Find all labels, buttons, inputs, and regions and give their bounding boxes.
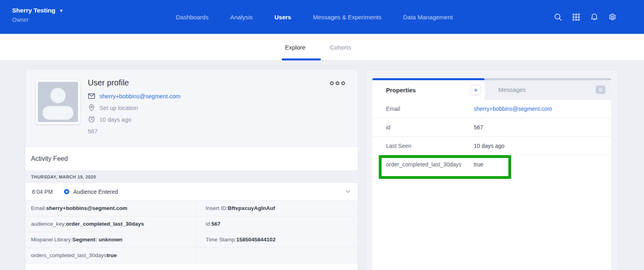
- workspace-name: Sherry Testing: [12, 7, 55, 14]
- profile-header-section: User profile sherry+bobbins@segment.com: [25, 69, 358, 147]
- profile-email-link[interactable]: sherry+bobbins@segment.com: [99, 93, 180, 100]
- activity-feed-date-header: THURSDAY, MARCH 19, 2020: [25, 171, 358, 183]
- nav-item-data-management[interactable]: Data Management: [403, 14, 453, 21]
- tab-cohorts[interactable]: Cohorts: [330, 34, 351, 60]
- location-pin-icon: [88, 104, 95, 112]
- event-detail-cell: Email: sherry+bobbins@segment.com: [25, 201, 196, 216]
- profile-location-placeholder[interactable]: Set up location: [99, 105, 138, 111]
- tab-explore[interactable]: Explore: [285, 34, 305, 60]
- audience-entered-dot-icon: [64, 189, 69, 194]
- tab-messages[interactable]: Messages 0: [485, 78, 611, 100]
- workspace-switcher[interactable]: Sherry Testing ▾ Owner: [12, 7, 62, 23]
- workspace-role: Owner: [12, 17, 62, 23]
- profile-title: User profile: [88, 78, 180, 87]
- event-detail-cell: Time Stamp: 1585045844102: [196, 232, 358, 248]
- avatar: [36, 80, 80, 124]
- profile-info: User profile sherry+bobbins@segment.com: [88, 78, 180, 137]
- property-email-link[interactable]: sherry+bobbins@segment.com: [474, 106, 552, 112]
- page-tabs-band: Explore Cohorts: [0, 34, 644, 60]
- event-details-grid: Email: sherry+bobbins@segment.com Insert…: [25, 201, 358, 264]
- search-icon[interactable]: [554, 13, 562, 21]
- properties-panel: Properties + Messages 0 Email sherry+bob…: [372, 78, 611, 270]
- profile-email-row: sherry+bobbins@segment.com: [88, 90, 180, 102]
- nav-item-users[interactable]: Users: [275, 14, 291, 21]
- profile-last-seen: 10 days ago: [99, 116, 131, 123]
- event-detail-cell: Insert ID: BftvpxcuyAgInAuf: [196, 201, 358, 216]
- event-time: 8:04 PM: [32, 189, 64, 195]
- tab-messages-label: Messages: [498, 86, 526, 93]
- event-name: Audience Entered: [73, 189, 118, 195]
- event-detail-cell: audience_key: order_completed_last_30day…: [25, 216, 196, 232]
- app-header: Sherry Testing ▾ Owner Dashboards Analys…: [0, 0, 644, 34]
- tab-properties-label: Properties: [386, 87, 416, 93]
- profile-location-row: Set up location: [88, 102, 180, 114]
- panel-tabs: Properties + Messages 0: [372, 78, 611, 100]
- property-row-email: Email sherry+bobbins@segment.com: [372, 100, 611, 118]
- settings-gear-icon[interactable]: [608, 13, 617, 21]
- messages-count-badge: 0: [596, 85, 605, 94]
- activity-event-row[interactable]: 8:04 PM Audience Entered: [25, 183, 358, 201]
- main-nav: Dashboards Analysis Users Messages & Exp…: [176, 0, 453, 34]
- properties-list: Email sherry+bobbins@segment.com id 567 …: [372, 100, 611, 270]
- active-tab-underline: [282, 58, 321, 60]
- nav-item-analysis[interactable]: Analysis: [230, 14, 253, 21]
- nav-item-dashboards[interactable]: Dashboards: [176, 14, 208, 21]
- envelope-icon: [88, 92, 95, 100]
- event-detail-cell: id: 567: [196, 216, 358, 232]
- profile-last-seen-row: 10 days ago: [88, 114, 180, 125]
- property-row-last-seen: Last Seen 10 days ago: [372, 137, 611, 155]
- nav-item-messages-experiments[interactable]: Messages & Experiments: [313, 14, 381, 21]
- chevron-down-icon[interactable]: [345, 190, 351, 193]
- avatar-head-shape: [50, 88, 66, 103]
- plus-icon: +: [474, 87, 478, 93]
- user-profile-card: User profile sherry+bobbins@segment.com: [25, 69, 358, 270]
- caret-down-icon: ▾: [60, 8, 62, 13]
- properties-wrapper-card: Properties + Messages 0 Email sherry+bob…: [365, 70, 619, 270]
- tab-properties[interactable]: Properties +: [372, 78, 485, 100]
- clock-icon: [88, 116, 95, 123]
- event-detail-cell-empty: [196, 247, 358, 263]
- apps-grid-icon[interactable]: [572, 13, 580, 21]
- header-icons: [554, 0, 617, 34]
- notifications-bell-icon[interactable]: [590, 13, 599, 21]
- avatar-body-shape: [43, 106, 73, 120]
- activity-feed-title: Activity Feed: [25, 147, 358, 171]
- add-property-button[interactable]: +: [471, 85, 481, 95]
- profile-id: 567: [88, 125, 180, 137]
- property-row-order-completed: order_completed_last_30days true: [372, 155, 611, 174]
- event-detail-cell: orders_completed_last_30daystrue: [25, 247, 196, 263]
- overflow-menu-icon[interactable]: [330, 81, 345, 85]
- property-row-id: id 567: [372, 118, 611, 137]
- event-detail-cell: Mixpanel Library: Segment: unknown: [25, 232, 196, 248]
